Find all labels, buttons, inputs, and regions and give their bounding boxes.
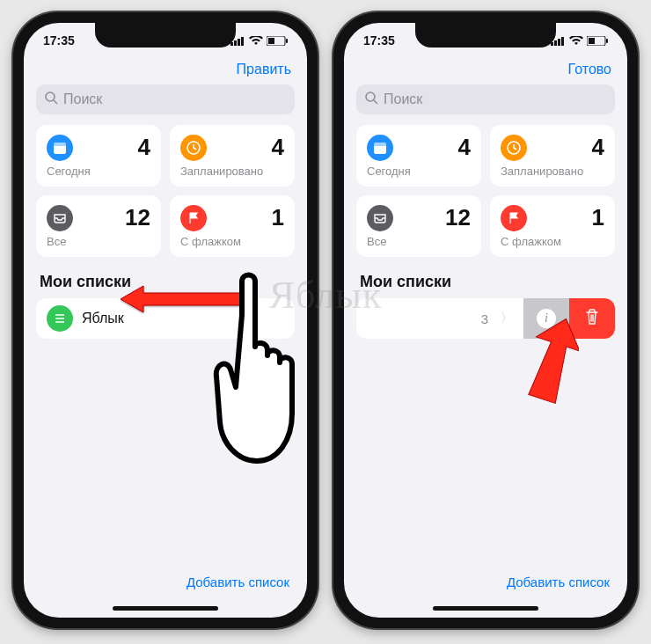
swipe-actions: i xyxy=(523,298,615,339)
home-indicator[interactable] xyxy=(113,606,218,611)
svg-rect-10 xyxy=(54,143,66,146)
svg-rect-6 xyxy=(286,39,288,43)
card-count: 4 xyxy=(272,134,284,161)
add-list-button[interactable]: Добавить список xyxy=(507,574,610,589)
card-count: 4 xyxy=(138,134,150,161)
svg-rect-1 xyxy=(234,40,237,46)
list-item[interactable]: Яблык xyxy=(36,298,295,339)
edit-button[interactable]: Править xyxy=(237,62,291,77)
summary-grid: 4 Сегодня 4 Запланировано 12 xyxy=(24,125,307,257)
card-today[interactable]: 4 Сегодня xyxy=(356,125,481,187)
section-title: Мои списки xyxy=(24,257,307,298)
status-indicators xyxy=(551,36,608,46)
card-count: 12 xyxy=(445,204,471,231)
card-count: 1 xyxy=(592,204,604,231)
flag-icon xyxy=(180,205,207,231)
calendar-icon xyxy=(47,135,73,161)
wifi-icon xyxy=(249,36,263,46)
search-input[interactable]: Поиск xyxy=(36,84,295,114)
calendar-icon xyxy=(367,135,393,161)
search-placeholder: Поиск xyxy=(63,91,102,107)
card-count: 4 xyxy=(592,134,604,161)
list-container: Яблык xyxy=(36,298,295,339)
svg-line-8 xyxy=(54,100,57,104)
home-indicator[interactable] xyxy=(433,606,538,611)
list-count: 3 xyxy=(481,311,488,326)
status-time: 17:35 xyxy=(43,33,75,48)
phone-left: 17:35 Править Поиск 4 xyxy=(13,12,318,628)
card-today[interactable]: 4 Сегодня xyxy=(36,125,161,187)
card-label: Все xyxy=(367,235,471,248)
svg-point-22 xyxy=(366,92,375,101)
card-scheduled[interactable]: 4 Запланировано xyxy=(490,125,615,187)
battery-icon xyxy=(267,36,288,46)
info-icon: i xyxy=(537,309,556,328)
done-button[interactable]: Готово xyxy=(568,62,611,77)
navbar: Готово xyxy=(344,58,627,84)
inbox-icon xyxy=(47,205,73,231)
svg-point-7 xyxy=(46,92,55,101)
card-label: Сегодня xyxy=(367,165,471,178)
battery-icon xyxy=(587,36,608,46)
card-label: С флажком xyxy=(501,235,604,248)
svg-rect-20 xyxy=(589,38,595,44)
svg-rect-17 xyxy=(558,39,560,46)
svg-rect-21 xyxy=(606,39,608,43)
screen-left: 17:35 Править Поиск 4 xyxy=(24,23,307,618)
list-icon xyxy=(47,305,73,332)
card-count: 1 xyxy=(272,204,284,231)
screen-right: 17:35 Готово Поиск 4 xyxy=(344,23,627,618)
wifi-icon xyxy=(569,36,583,46)
card-flagged[interactable]: 1 С флажком xyxy=(490,195,615,257)
card-count: 12 xyxy=(125,204,150,231)
card-label: Запланировано xyxy=(180,165,284,178)
notch xyxy=(95,23,236,48)
card-count: 4 xyxy=(458,134,471,161)
delete-action-button[interactable] xyxy=(569,298,615,339)
summary-grid: 4 Сегодня 4 Запланировано 12 xyxy=(344,125,627,257)
clock-icon xyxy=(180,135,207,161)
card-label: С флажком xyxy=(180,235,284,248)
svg-rect-2 xyxy=(238,39,240,46)
section-title: Мои списки xyxy=(344,257,627,298)
search-icon xyxy=(365,91,378,108)
search-input[interactable]: Поиск xyxy=(356,84,615,114)
card-flagged[interactable]: 1 С флажком xyxy=(170,195,295,257)
flag-icon xyxy=(501,205,527,231)
notch xyxy=(415,23,556,48)
inbox-icon xyxy=(367,205,393,231)
svg-rect-5 xyxy=(268,38,274,44)
search-placeholder: Поиск xyxy=(384,91,422,107)
clock-icon xyxy=(501,135,527,161)
list-item-swiped[interactable]: 3 〉 i xyxy=(356,298,615,339)
card-all[interactable]: 12 Все xyxy=(36,195,161,257)
phone-right: 17:35 Готово Поиск 4 xyxy=(333,12,638,628)
trash-icon xyxy=(584,308,600,329)
card-label: Все xyxy=(47,235,150,248)
svg-rect-25 xyxy=(374,143,386,146)
status-time: 17:35 xyxy=(363,33,395,48)
card-scheduled[interactable]: 4 Запланировано xyxy=(170,125,295,187)
card-label: Сегодня xyxy=(47,165,150,178)
card-all[interactable]: 12 Все xyxy=(356,195,481,257)
chevron-right-icon: 〉 xyxy=(501,311,513,326)
list-name: Яблык xyxy=(82,311,124,326)
svg-rect-16 xyxy=(554,40,557,46)
svg-rect-3 xyxy=(241,37,244,46)
info-action-button[interactable]: i xyxy=(523,298,569,339)
svg-line-23 xyxy=(374,100,377,104)
navbar: Править xyxy=(24,58,307,84)
svg-rect-18 xyxy=(561,37,564,46)
search-icon xyxy=(45,91,58,108)
add-list-button[interactable]: Добавить список xyxy=(187,574,289,589)
card-label: Запланировано xyxy=(501,165,604,178)
status-indicators xyxy=(230,36,288,46)
